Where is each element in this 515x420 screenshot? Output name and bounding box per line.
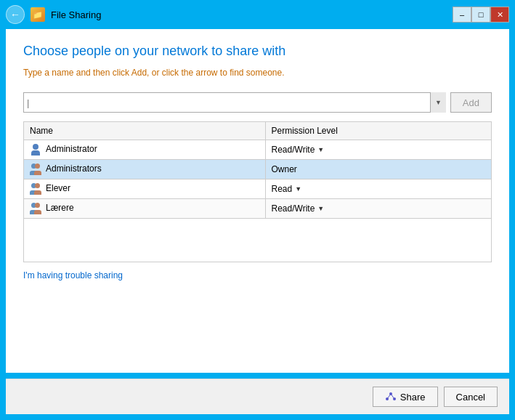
- permission-value: Owner: [272, 164, 297, 174]
- share-label: Share: [400, 392, 426, 403]
- trouble-link[interactable]: I'm having trouble sharing: [23, 270, 123, 280]
- permission-dropdown[interactable]: Read/Write▼: [272, 203, 325, 214]
- window-controls: – □ ✕: [453, 7, 509, 23]
- table-cell-permission: Read/Write▼: [265, 199, 492, 219]
- table-row: LærereRead/Write▼: [24, 199, 492, 219]
- dropdown-arrow-button[interactable]: ▼: [430, 92, 446, 113]
- svg-line-4: [391, 394, 394, 399]
- table-cell-permission: Owner: [265, 160, 492, 179]
- permission-value: Read/Write: [272, 145, 315, 155]
- table-cell-name: Lærere: [24, 199, 266, 219]
- cancel-button[interactable]: Cancel: [444, 387, 498, 407]
- minimize-button[interactable]: –: [453, 7, 471, 23]
- dialog-subtitle: Type a name and then click Add, or click…: [23, 68, 492, 78]
- permission-arrow-icon: ▼: [295, 185, 301, 193]
- title-bar: ← 📁 File Sharing – □ ✕: [0, 0, 515, 29]
- share-icon: [385, 391, 397, 403]
- table-cell-name: Elever: [24, 179, 266, 199]
- trouble-link-area: I'm having trouble sharing: [23, 270, 492, 361]
- dialog-body: Choose people on your network to share w…: [6, 29, 509, 373]
- table-cell-name: Administrators: [24, 160, 266, 179]
- add-button[interactable]: Add: [450, 92, 492, 113]
- table-row: EleverRead▼: [24, 179, 492, 199]
- table-cell-permission: Read▼: [265, 179, 492, 199]
- input-row: ▼ Add: [23, 92, 492, 113]
- table-cell-permission: Read/Write▼: [265, 140, 492, 160]
- user-name: Lærere: [46, 203, 74, 213]
- dropdown-arrow-icon: ▼: [435, 99, 442, 106]
- share-table: Name Permission Level AdministratorRead/…: [23, 121, 492, 219]
- user-name: Administrators: [46, 163, 102, 174]
- window-title: File Sharing: [51, 9, 101, 20]
- back-icon: ←: [10, 9, 20, 20]
- table-cell-name: Administrator: [24, 140, 266, 160]
- empty-rows: [23, 219, 492, 262]
- table-row: AdministratorRead/Write▼: [24, 140, 492, 160]
- col-name-header: Name: [24, 122, 266, 140]
- svg-line-3: [387, 394, 391, 399]
- permission-arrow-icon: ▼: [317, 205, 324, 212]
- permission-value: Read: [272, 184, 293, 194]
- permission-value: Read/Write: [272, 203, 315, 214]
- permission-arrow-icon: ▼: [317, 146, 324, 153]
- group-user-icon: [30, 203, 41, 214]
- user-name: Administrator: [46, 144, 97, 154]
- group-user-icon: [30, 183, 41, 195]
- maximize-button[interactable]: □: [471, 7, 490, 23]
- bottom-bar: Share Cancel: [6, 379, 509, 414]
- name-input[interactable]: [23, 92, 446, 113]
- name-input-wrapper: ▼: [23, 92, 446, 113]
- app-icon: 📁: [31, 7, 45, 22]
- dialog-title: Choose people on your network to share w…: [23, 44, 492, 59]
- share-button[interactable]: Share: [373, 387, 438, 407]
- table-row: AdministratorsOwner: [24, 160, 492, 179]
- permission-dropdown[interactable]: Read▼: [272, 184, 302, 194]
- user-name: Elever: [46, 183, 70, 193]
- single-user-icon: [30, 144, 41, 156]
- group-user-icon: [30, 163, 41, 175]
- close-button[interactable]: ✕: [490, 7, 509, 23]
- back-button[interactable]: ←: [6, 5, 25, 24]
- col-permission-header: Permission Level: [265, 122, 492, 140]
- permission-dropdown[interactable]: Read/Write▼: [272, 145, 325, 155]
